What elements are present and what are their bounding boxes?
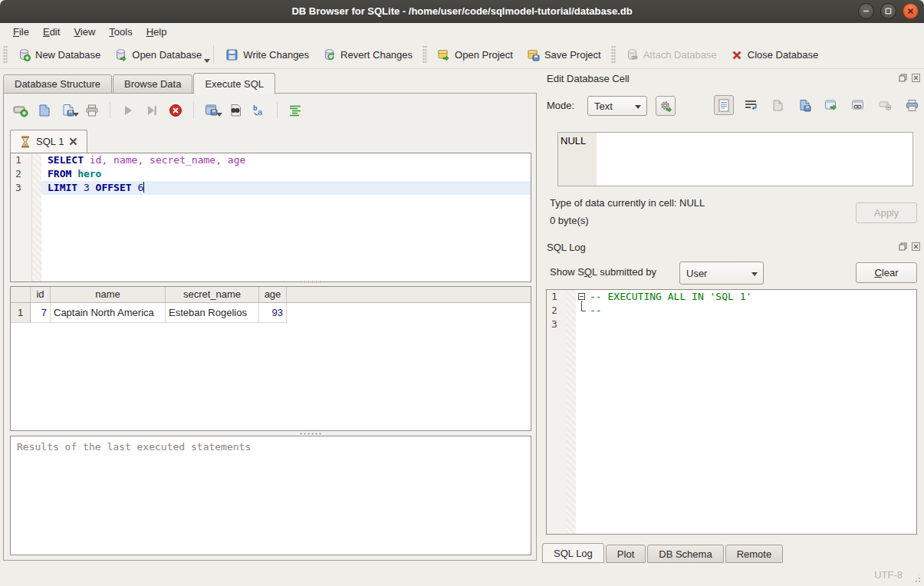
tab-sql-log[interactable]: SQL Log <box>542 543 604 563</box>
column-header-id[interactable]: id <box>31 287 51 302</box>
attach-database-label: Attach Database <box>643 48 717 61</box>
print-cell-button[interactable] <box>902 95 922 115</box>
write-changes-icon <box>225 48 238 61</box>
sql-number: 3 <box>84 182 90 193</box>
row-header[interactable]: 1 <box>11 303 31 323</box>
open-project-button[interactable]: Open Project <box>430 44 520 66</box>
results-message-panel: Results of the last executed statements <box>10 436 531 555</box>
tab-execute-sql[interactable]: Execute SQL <box>193 73 275 94</box>
minimize-button[interactable] <box>858 3 874 19</box>
open-database-dropdown-icon[interactable] <box>204 59 210 63</box>
export-cell-data-button[interactable] <box>794 95 814 115</box>
svg-text:a: a <box>258 107 263 117</box>
column-header-name[interactable]: name <box>51 287 166 302</box>
auto-format-button[interactable] <box>656 96 676 116</box>
clear-log-button[interactable]: Clear <box>856 262 917 283</box>
close-dock-button[interactable] <box>911 73 920 82</box>
print-sql-button[interactable] <box>83 101 101 120</box>
new-tab-icon <box>13 104 28 117</box>
toolbar-separator <box>213 45 214 64</box>
cell-secret-name[interactable]: Esteban Rogelios <box>166 303 259 323</box>
results-grid[interactable]: id name secret_name age 1 7 Captain Nort… <box>10 286 531 431</box>
revert-changes-button[interactable]: Revert Changes <box>316 44 419 66</box>
toolbar-grip[interactable] <box>423 45 427 64</box>
copy-link-button[interactable] <box>848 95 868 115</box>
stop-execution-button[interactable] <box>166 101 185 120</box>
menu-help[interactable]: Help <box>140 24 174 40</box>
open-in-external-button[interactable] <box>821 95 841 115</box>
word-wrap-button[interactable] <box>741 95 761 115</box>
show-sql-label-mnemonic: Q <box>584 266 592 278</box>
sql-1-tab[interactable]: SQL 1 <box>10 130 87 153</box>
menu-file[interactable]: File <box>6 24 36 40</box>
text-mode-button[interactable] <box>714 95 734 115</box>
toolbar-grip[interactable] <box>3 45 8 64</box>
execute-sql-panel: b a SQL 1 <box>3 93 537 561</box>
menu-tools[interactable]: Tools <box>102 24 139 40</box>
tab-remote[interactable]: Remote <box>725 545 784 563</box>
status-bar: UTF-8 <box>0 564 924 586</box>
close-database-icon <box>731 49 743 61</box>
link-icon <box>851 99 865 112</box>
float-dock-button[interactable] <box>898 242 907 251</box>
printer-icon <box>85 104 99 117</box>
cell-value-editor[interactable]: NULL <box>557 132 913 186</box>
tab-database-structure[interactable]: Database Structure <box>3 74 112 94</box>
tab-db-schema[interactable]: DB Schema <box>647 545 723 563</box>
column-header-age[interactable]: age <box>259 287 287 302</box>
open-database-button[interactable]: Open Database <box>107 44 209 66</box>
close-database-button[interactable]: Close Database <box>724 44 826 66</box>
sql-number: 6 <box>137 182 143 193</box>
line-number-gutter: 1 2 3 <box>11 153 32 281</box>
save-sql-file-button[interactable] <box>59 101 77 120</box>
close-dock-button[interactable] <box>911 242 920 251</box>
splitter-handle[interactable] <box>299 280 322 284</box>
format-sql-button[interactable] <box>286 101 304 120</box>
cell-age[interactable]: 93 <box>259 303 287 323</box>
sql-keyword: FROM <box>48 168 77 179</box>
save-file-dropdown-icon[interactable] <box>73 113 79 117</box>
encoding-indicator[interactable]: UTF-8 <box>874 569 903 581</box>
close-icon <box>907 8 914 15</box>
edit-cell-dock-buttons <box>898 73 920 82</box>
tab-browse-data[interactable]: Browse Data <box>113 74 192 94</box>
float-icon <box>899 242 907 251</box>
close-button[interactable] <box>903 3 919 19</box>
titlebar[interactable]: DB Browser for SQLite - /home/user/code/… <box>0 0 924 23</box>
fold-line <box>581 301 582 311</box>
find-replace-button[interactable]: b a <box>250 101 268 120</box>
save-results-button[interactable] <box>202 101 221 120</box>
column-header-secret-name[interactable]: secret_name <box>166 287 259 302</box>
cell-id[interactable]: 7 <box>31 303 51 323</box>
sql-log-editor[interactable]: 1 2 3 -- EXECUTING ALL IN 'SQL 1' -- <box>546 289 917 535</box>
attach-database-button: Attach Database <box>619 44 724 66</box>
cell-name[interactable]: Captain North America <box>51 303 166 323</box>
mode-combobox[interactable]: Text <box>587 96 647 116</box>
code-line-3: LIMIT 3 OFFSET 6 <box>41 181 531 195</box>
save-results-dropdown-icon[interactable] <box>216 113 222 117</box>
write-changes-button[interactable]: Write Changes <box>219 44 316 66</box>
results-grid-header: id name secret_name age <box>11 287 531 303</box>
float-dock-button[interactable] <box>898 73 907 82</box>
find-button[interactable] <box>226 101 245 120</box>
open-sql-file-button[interactable] <box>35 101 54 120</box>
menu-edit[interactable]: Edit <box>36 24 67 40</box>
new-database-button[interactable]: New Database <box>11 44 107 66</box>
table-row: 1 7 Captain North America Esteban Rogeli… <box>11 303 531 323</box>
save-project-button[interactable]: Save Project <box>520 44 608 66</box>
line-number: 2 <box>547 304 567 318</box>
fold-collapse-icon[interactable] <box>578 293 585 300</box>
sql-table-name: hero <box>77 168 101 179</box>
tab-plot[interactable]: Plot <box>606 545 646 563</box>
corner-header[interactable] <box>11 287 31 302</box>
sql-code-editor[interactable]: 1 2 3 SELECT id, name, secret_name, age … <box>10 153 531 282</box>
maximize-button[interactable] <box>880 3 896 19</box>
gear-arrow-icon <box>659 100 672 113</box>
chevron-down-icon <box>635 105 641 109</box>
toolbar-grip[interactable] <box>611 45 616 64</box>
close-tab-icon[interactable] <box>69 137 77 146</box>
resize-grip[interactable] <box>912 574 922 584</box>
log-filter-combobox[interactable]: User <box>679 262 764 285</box>
menu-view[interactable]: View <box>67 24 102 40</box>
new-sql-tab-button[interactable] <box>12 101 30 120</box>
